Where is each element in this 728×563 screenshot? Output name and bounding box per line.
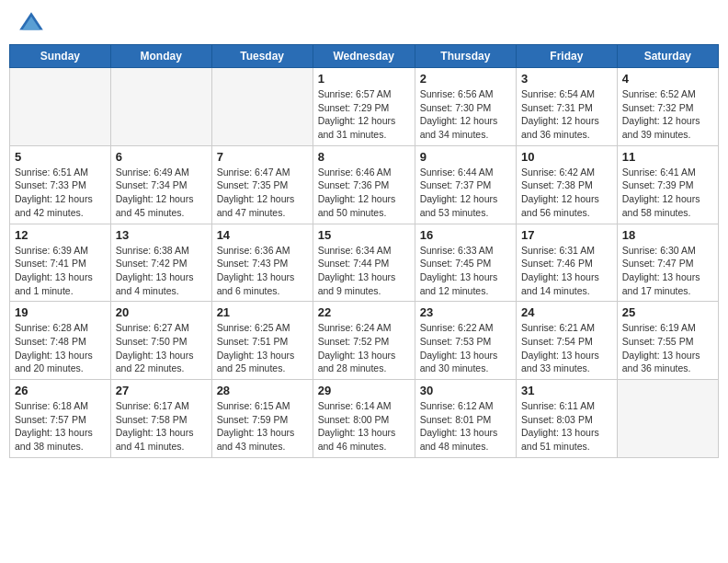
day-number: 31	[521, 384, 612, 397]
calendar-cell: 31Sunrise: 6:11 AM Sunset: 8:03 PM Dayli…	[517, 380, 618, 458]
day-number: 12	[15, 228, 106, 242]
calendar-cell: 24Sunrise: 6:21 AM Sunset: 7:54 PM Dayli…	[517, 302, 618, 380]
calendar-cell	[110, 68, 211, 146]
calendar-cell: 30Sunrise: 6:12 AM Sunset: 8:01 PM Dayli…	[415, 380, 516, 458]
day-number: 3	[521, 72, 612, 86]
day-number: 15	[318, 228, 410, 242]
day-info: Sunrise: 6:28 AM Sunset: 7:48 PM Dayligh…	[15, 321, 106, 375]
calendar-cell: 16Sunrise: 6:33 AM Sunset: 7:45 PM Dayli…	[415, 224, 516, 302]
day-number: 28	[217, 384, 308, 397]
column-header-tuesday: Tuesday	[211, 45, 313, 68]
day-info: Sunrise: 6:12 AM Sunset: 8:01 PM Dayligh…	[420, 399, 511, 454]
day-info: Sunrise: 6:56 AM Sunset: 7:30 PM Dayligh…	[420, 87, 511, 142]
calendar-cell: 1Sunrise: 6:57 AM Sunset: 7:29 PM Daylig…	[313, 68, 415, 146]
column-header-friday: Friday	[517, 45, 618, 68]
day-info: Sunrise: 6:36 AM Sunset: 7:43 PM Dayligh…	[217, 244, 308, 298]
calendar-cell: 2Sunrise: 6:56 AM Sunset: 7:30 PM Daylig…	[415, 68, 516, 146]
day-info: Sunrise: 6:18 AM Sunset: 7:57 PM Dayligh…	[15, 399, 106, 454]
day-info: Sunrise: 6:25 AM Sunset: 7:51 PM Dayligh…	[217, 321, 308, 375]
calendar-cell: 5Sunrise: 6:51 AM Sunset: 7:33 PM Daylig…	[10, 145, 111, 224]
day-number: 30	[420, 384, 511, 397]
column-header-saturday: Saturday	[617, 45, 718, 68]
calendar-cell: 11Sunrise: 6:41 AM Sunset: 7:39 PM Dayli…	[617, 145, 718, 224]
day-number: 23	[420, 305, 511, 319]
calendar-week-row: 26Sunrise: 6:18 AM Sunset: 7:57 PM Dayli…	[10, 380, 719, 458]
calendar-cell: 26Sunrise: 6:18 AM Sunset: 7:57 PM Dayli…	[10, 380, 111, 458]
day-number: 20	[116, 305, 207, 319]
day-number: 13	[116, 228, 207, 242]
day-info: Sunrise: 6:46 AM Sunset: 7:36 PM Dayligh…	[318, 166, 410, 220]
day-info: Sunrise: 6:38 AM Sunset: 7:42 PM Dayligh…	[116, 244, 207, 298]
day-number: 10	[521, 150, 612, 164]
day-info: Sunrise: 6:44 AM Sunset: 7:37 PM Dayligh…	[420, 166, 511, 220]
column-header-sunday: Sunday	[10, 45, 111, 68]
day-number: 11	[622, 150, 713, 164]
day-number: 29	[318, 384, 410, 397]
calendar-cell: 22Sunrise: 6:24 AM Sunset: 7:52 PM Dayli…	[313, 302, 415, 380]
calendar-cell: 29Sunrise: 6:14 AM Sunset: 8:00 PM Dayli…	[313, 380, 415, 458]
column-header-thursday: Thursday	[415, 45, 516, 68]
day-info: Sunrise: 6:57 AM Sunset: 7:29 PM Dayligh…	[318, 87, 410, 142]
day-info: Sunrise: 6:54 AM Sunset: 7:31 PM Dayligh…	[521, 87, 612, 142]
day-info: Sunrise: 6:41 AM Sunset: 7:39 PM Dayligh…	[622, 166, 713, 220]
column-header-monday: Monday	[110, 45, 211, 68]
logo	[17, 9, 50, 39]
day-number: 8	[318, 150, 410, 164]
day-info: Sunrise: 6:39 AM Sunset: 7:41 PM Dayligh…	[15, 244, 106, 298]
day-number: 1	[318, 72, 410, 86]
day-info: Sunrise: 6:21 AM Sunset: 7:54 PM Dayligh…	[521, 321, 612, 375]
day-number: 14	[217, 228, 308, 242]
calendar-table: SundayMondayTuesdayWednesdayThursdayFrid…	[9, 44, 719, 458]
day-number: 22	[318, 305, 410, 319]
day-info: Sunrise: 6:51 AM Sunset: 7:33 PM Dayligh…	[15, 166, 106, 220]
day-info: Sunrise: 6:15 AM Sunset: 7:59 PM Dayligh…	[217, 399, 308, 454]
calendar-week-row: 5Sunrise: 6:51 AM Sunset: 7:33 PM Daylig…	[10, 145, 719, 224]
day-info: Sunrise: 6:19 AM Sunset: 7:55 PM Dayligh…	[622, 321, 713, 375]
calendar-cell: 4Sunrise: 6:52 AM Sunset: 7:32 PM Daylig…	[617, 68, 718, 146]
day-number: 19	[15, 305, 106, 319]
day-info: Sunrise: 6:17 AM Sunset: 7:58 PM Dayligh…	[116, 399, 207, 454]
calendar-week-row: 19Sunrise: 6:28 AM Sunset: 7:48 PM Dayli…	[10, 302, 719, 380]
day-info: Sunrise: 6:24 AM Sunset: 7:52 PM Dayligh…	[318, 321, 410, 375]
day-info: Sunrise: 6:34 AM Sunset: 7:44 PM Dayligh…	[318, 244, 410, 298]
day-number: 5	[15, 150, 106, 164]
page-header	[9, 9, 719, 39]
calendar-cell: 27Sunrise: 6:17 AM Sunset: 7:58 PM Dayli…	[110, 380, 211, 458]
day-number: 6	[116, 150, 207, 164]
day-info: Sunrise: 6:14 AM Sunset: 8:00 PM Dayligh…	[318, 399, 410, 454]
calendar-cell: 18Sunrise: 6:30 AM Sunset: 7:47 PM Dayli…	[617, 224, 718, 302]
calendar-cell: 15Sunrise: 6:34 AM Sunset: 7:44 PM Dayli…	[313, 224, 415, 302]
calendar-cell: 25Sunrise: 6:19 AM Sunset: 7:55 PM Dayli…	[617, 302, 718, 380]
calendar-cell: 19Sunrise: 6:28 AM Sunset: 7:48 PM Dayli…	[10, 302, 111, 380]
calendar-cell: 13Sunrise: 6:38 AM Sunset: 7:42 PM Dayli…	[110, 224, 211, 302]
day-info: Sunrise: 6:27 AM Sunset: 7:50 PM Dayligh…	[116, 321, 207, 375]
calendar-cell	[617, 380, 718, 458]
calendar-cell	[10, 68, 111, 146]
calendar-cell: 8Sunrise: 6:46 AM Sunset: 7:36 PM Daylig…	[313, 145, 415, 224]
day-info: Sunrise: 6:49 AM Sunset: 7:34 PM Dayligh…	[116, 166, 207, 220]
day-number: 17	[521, 228, 612, 242]
calendar-cell: 6Sunrise: 6:49 AM Sunset: 7:34 PM Daylig…	[110, 145, 211, 224]
calendar-cell: 12Sunrise: 6:39 AM Sunset: 7:41 PM Dayli…	[10, 224, 111, 302]
calendar-week-row: 12Sunrise: 6:39 AM Sunset: 7:41 PM Dayli…	[10, 224, 719, 302]
day-info: Sunrise: 6:47 AM Sunset: 7:35 PM Dayligh…	[217, 166, 308, 220]
day-number: 27	[116, 384, 207, 397]
calendar-cell: 23Sunrise: 6:22 AM Sunset: 7:53 PM Dayli…	[415, 302, 516, 380]
calendar-cell: 17Sunrise: 6:31 AM Sunset: 7:46 PM Dayli…	[517, 224, 618, 302]
day-info: Sunrise: 6:42 AM Sunset: 7:38 PM Dayligh…	[521, 166, 612, 220]
day-info: Sunrise: 6:22 AM Sunset: 7:53 PM Dayligh…	[420, 321, 511, 375]
day-info: Sunrise: 6:31 AM Sunset: 7:46 PM Dayligh…	[521, 244, 612, 298]
day-info: Sunrise: 6:30 AM Sunset: 7:47 PM Dayligh…	[622, 244, 713, 298]
day-number: 25	[622, 305, 713, 319]
calendar-cell: 9Sunrise: 6:44 AM Sunset: 7:37 PM Daylig…	[415, 145, 516, 224]
calendar-cell: 21Sunrise: 6:25 AM Sunset: 7:51 PM Dayli…	[211, 302, 313, 380]
day-info: Sunrise: 6:52 AM Sunset: 7:32 PM Dayligh…	[622, 87, 713, 142]
calendar-cell: 28Sunrise: 6:15 AM Sunset: 7:59 PM Dayli…	[211, 380, 313, 458]
day-number: 24	[521, 305, 612, 319]
day-number: 4	[622, 72, 713, 86]
calendar-week-row: 1Sunrise: 6:57 AM Sunset: 7:29 PM Daylig…	[10, 68, 719, 146]
day-info: Sunrise: 6:11 AM Sunset: 8:03 PM Dayligh…	[521, 399, 612, 454]
calendar-cell: 3Sunrise: 6:54 AM Sunset: 7:31 PM Daylig…	[517, 68, 618, 146]
calendar-cell: 14Sunrise: 6:36 AM Sunset: 7:43 PM Dayli…	[211, 224, 313, 302]
logo-icon	[17, 9, 46, 39]
